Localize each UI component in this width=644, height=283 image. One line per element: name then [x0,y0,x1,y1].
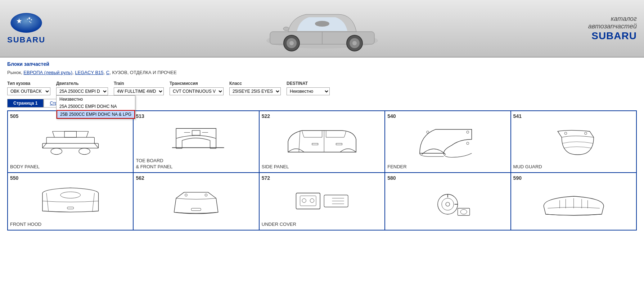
svg-point-39 [584,132,587,135]
part-image-572 [262,182,382,220]
filter-destinat-select[interactable]: Неизвестно [287,87,330,95]
part-cell-513[interactable]: 513 TOE BOARD& FRONT PANEL [134,111,259,173]
part-drawing-590 [513,186,634,222]
part-number-562: 562 [136,175,144,181]
svg-point-41 [60,192,81,198]
svg-line-24 [53,132,55,138]
svg-point-17 [283,27,289,31]
filter-transmission-select[interactable]: CVT CONTINUOUS V [170,87,224,95]
part-image-550 [10,182,131,220]
breadcrumb-body: КУЗОВ, ОТДЕЛКА И ПРОЧЕЕ [112,70,176,75]
svg-line-21 [94,143,98,148]
part-cell-580[interactable]: 580 [385,173,511,230]
part-number-550: 550 [10,175,18,181]
part-image-522 [262,120,382,163]
filter-class-select[interactable]: 25ISEYE 25IS EYES [229,87,281,95]
svg-point-44 [205,194,208,196]
svg-point-35 [427,131,429,134]
part-cell-541[interactable]: 541 MUD GUARD [511,111,637,173]
svg-rect-33 [312,143,318,145]
filter-class-label: Класс [229,81,281,86]
filter-train-label: Train [114,81,164,86]
engine-dropdown-list: Неизвестно 25A 2500CC EMPI DOHC NA 25B 2… [56,95,135,119]
svg-rect-34 [336,143,342,145]
svg-rect-45 [296,193,320,209]
engine-option-unknown[interactable]: Неизвестно [57,96,135,103]
filter-engine: Двигатель 25A 2500CC EMPI D Неизвестно 2… [56,81,108,95]
svg-point-55 [446,202,450,206]
svg-rect-42 [192,208,201,211]
svg-rect-47 [300,196,316,206]
engine-option-25b[interactable]: 25B 2500CC EMPI DOHC NA & LPG [57,110,135,119]
parts-grid: 505 BODY PANEL 513 [7,110,637,230]
catalog-info: каталогавтозапчастей SUBARU [588,15,637,42]
svg-line-20 [42,143,46,148]
part-image-540 [387,120,508,163]
part-name-572: UNDER COVER [262,222,296,228]
car-illustration [259,3,385,53]
part-cell-562[interactable]: 562 [134,173,259,230]
svg-point-43 [185,194,188,196]
svg-rect-18 [42,143,99,148]
svg-rect-30 [192,131,200,135]
svg-point-23 [79,148,90,155]
part-number-580: 580 [387,175,396,181]
part-name-522: SIDE PANEL [262,164,289,170]
logo: SUBARU [7,12,45,45]
part-image-580 [387,182,508,226]
filter-body-type: Тип кузова OBK OUTBACK [7,81,50,95]
svg-line-25 [86,132,89,138]
svg-rect-19 [46,137,94,143]
svg-point-0 [11,13,42,33]
part-cell-550[interactable]: 550 FRONT HOOD [8,173,134,230]
part-drawing-522 [262,123,382,159]
part-image-513 [136,120,256,156]
filter-engine-select[interactable]: 25A 2500CC EMPI D [56,87,108,95]
filter-train: Train 4W FULLTIME 4WD [114,81,164,95]
filter-body-type-label: Тип кузова [7,81,50,86]
part-image-541 [513,120,634,163]
engine-option-25a[interactable]: 25A 2500CC EMPI DOHC NA [57,103,135,110]
filter-transmission-label: Трансмиссия [170,81,224,86]
svg-point-49 [310,199,314,203]
breadcrumb-europa[interactable]: ЕВРОПА (левый руль) [23,70,72,75]
breadcrumb-c[interactable]: С [106,70,109,75]
logo-text: SUBARU [7,35,45,45]
svg-point-22 [51,148,62,155]
part-cell-505[interactable]: 505 BODY PANEL [8,111,134,173]
breadcrumb-legacy[interactable]: LEGACY B15 [75,70,103,75]
catalog-brand: SUBARU [588,30,637,42]
part-cell-572[interactable]: 572 UNDER COVER [260,173,385,230]
part-number-513: 513 [136,113,144,119]
part-drawing-541 [513,123,634,159]
section-title: Блоки запчастей [7,61,637,67]
svg-point-36 [467,131,469,134]
part-name-513: TOE BOARD& FRONT PANEL [136,158,172,170]
filter-body-type-select[interactable]: OBK OUTBACK [7,87,50,95]
subaru-logo-icon [10,12,42,34]
svg-point-37 [467,142,469,145]
filter-transmission: Трансмиссия CVT CONTINUOUS V [170,81,224,95]
part-drawing-505 [10,123,131,159]
part-drawing-513 [136,120,256,156]
page-tab-1[interactable]: Страница 1 [7,99,44,108]
part-drawing-540 [387,123,508,159]
part-number-541: 541 [513,113,522,119]
svg-point-15 [352,41,357,45]
svg-point-12 [289,41,294,45]
part-number-590: 590 [513,175,522,181]
svg-point-48 [302,199,306,203]
part-name-505: BODY PANEL [10,164,40,170]
part-number-572: 572 [262,175,270,181]
part-cell-522[interactable]: 522 SIDE [260,111,385,173]
header: SUBARU каталога [0,0,644,58]
filter-engine-label: Двигатель [56,81,108,86]
part-cell-590[interactable]: 590 [511,173,637,230]
svg-point-54 [442,198,454,210]
part-drawing-550 [10,183,131,219]
filter-train-select[interactable]: 4W FULLTIME 4WD [114,87,164,95]
catalog-title: каталогавтозапчастей [588,15,637,30]
part-cell-540[interactable]: 540 FENDER [385,111,511,173]
filters-row: Тип кузова OBK OUTBACK Двигатель 25A 250… [7,81,637,95]
part-number-540: 540 [387,113,396,119]
